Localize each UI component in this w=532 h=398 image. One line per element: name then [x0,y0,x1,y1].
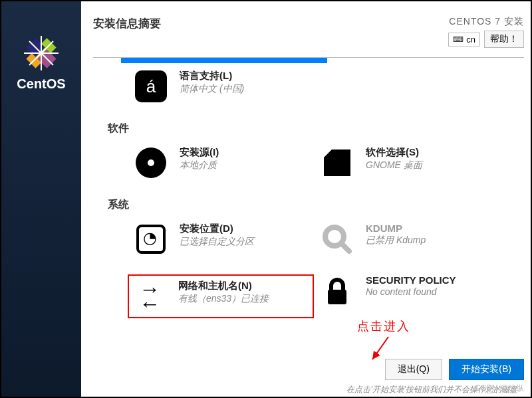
header-controls: ⌨ cn 帮助！ [448,31,524,48]
spoke-kdump[interactable]: KDUMP 已禁用 Kdump [321,223,507,256]
magnifier-icon [321,223,354,256]
spoke-title: 安装源(I) [180,146,219,159]
main-panel: 安装信息摘要 CENTOS 7 安装 ⌨ cn 帮助！ á 语 [81,1,531,397]
spoke-status: 已禁用 Kdump [366,235,426,247]
spoke-title: SECURITY POLICY [366,274,456,286]
keyboard-layout-indicator[interactable]: ⌨ cn [448,33,480,47]
spoke-title: 安装位置(D) [180,223,254,235]
quit-button[interactable]: 退出(Q) [385,359,442,380]
language-icon: á [134,70,168,103]
lock-icon [321,274,354,308]
svg-rect-10 [328,290,346,304]
section-software-label: 软件 [108,122,531,136]
spoke-installation-source[interactable]: 安装源(I) 本地介质 [134,146,321,179]
page-title: 安装信息摘要 [93,16,161,31]
spoke-language-support[interactable]: á 语言支持(L) 简体中文 (中国) [134,70,321,103]
spoke-status: 本地介质 [180,159,219,171]
annotation-text: 点击进入 [357,318,410,334]
header: 安装信息摘要 CENTOS 7 安装 ⌨ cn 帮助！ [81,1,531,53]
spoke-installation-destination[interactable]: 安装位置(D) 已选择自定义分区 [134,223,321,256]
installer-name: CENTOS 7 安装 [448,16,524,28]
spoke-software-selection[interactable]: 软件选择(S) GNOME 桌面 [321,146,507,179]
spoke-security-policy[interactable]: SECURITY POLICY No content found [321,274,507,318]
spoke-network-hostname[interactable]: →← 网络和主机名(N) 有线（ens33）已连接 [128,274,314,318]
section-system-label: 系统 [108,198,531,212]
bottom-hint-text: 在点击'开始安装'按钮前我们并不会操作您的磁盘 [168,380,524,397]
content-area: á 语言支持(L) 简体中文 (中国) 软件 安装源(I) 本地介质 [81,58,531,318]
help-button[interactable]: 帮助！ [484,31,524,48]
watermark-text: CSDN @放纵 [475,383,524,394]
svg-line-9 [341,243,349,251]
window-frame: CentOS 安装信息摘要 CENTOS 7 安装 ⌨ cn 帮助！ á [0,0,532,398]
spoke-status: 有线（ens33）已连接 [178,293,269,305]
spoke-status: No content found [366,286,456,297]
begin-installation-button[interactable]: 开始安装(B) [449,359,524,380]
centos-logo-icon [21,35,61,71]
progress-scrollbar [121,58,327,63]
network-icon: →← [133,280,166,313]
spoke-title: 网络和主机名(N) [178,280,269,292]
keyboard-icon: ⌨ [453,35,464,44]
spoke-status: 简体中文 (中国) [180,83,244,95]
centos-brand-text: CentOS [17,76,65,92]
sidebar: CentOS [1,1,81,397]
hdd-icon [134,223,168,256]
disc-icon [134,146,168,179]
spoke-title: 软件选择(S) [366,146,422,159]
spoke-status: 已选择自定义分区 [180,236,254,248]
keyboard-layout-value: cn [466,35,475,45]
package-icon [321,146,354,179]
spoke-title: KDUMP [366,223,426,234]
spoke-status: GNOME 桌面 [366,159,422,171]
header-right: CENTOS 7 安装 ⌨ cn 帮助！ [448,16,524,48]
spoke-title: 语言支持(L) [180,70,244,82]
